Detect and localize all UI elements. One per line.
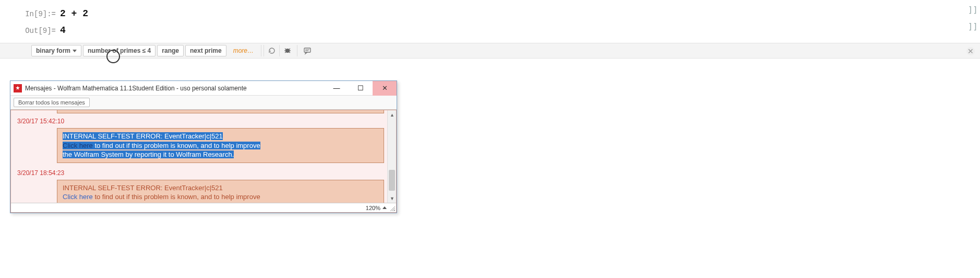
minimize-button[interactable]: ―	[325, 81, 349, 96]
app-icon	[14, 84, 22, 92]
svg-marker-10	[16, 86, 20, 90]
suggestions-more[interactable]: more…	[228, 47, 259, 54]
suggestion-label: number of primes ≤ 4	[88, 47, 151, 54]
cell-bracket-icon[interactable]: ]]	[968, 7, 978, 13]
notebook: In[9]:= 2 + 2 ]] Out[9]= 4 ]]	[0, 0, 980, 43]
divider	[297, 45, 297, 56]
resize-grip-icon[interactable]	[389, 205, 395, 211]
out-expression: 4	[60, 25, 66, 36]
message-box[interactable]: INTERNAL SELF-TEST ERROR: EventTracker|c…	[57, 128, 384, 163]
chevron-up-icon[interactable]	[383, 206, 387, 209]
output-cell: Out[9]= 4 ]]	[0, 23, 980, 43]
refresh-icon[interactable]	[264, 45, 279, 56]
message-text: to find out if this problem is known, an…	[93, 193, 260, 201]
window-buttons: ― ☐ ✕	[325, 81, 397, 96]
window-title: Mensajes - Wolfram Mathematica 11.1Stude…	[25, 85, 325, 92]
messages-dialog: Mensajes - Wolfram Mathematica 11.1Stude…	[10, 80, 397, 213]
message-link[interactable]: Click here	[63, 142, 93, 149]
suggestion-next-prime[interactable]: next prime	[185, 45, 226, 56]
message-timestamp: 3/20/17 18:54:23	[14, 167, 384, 179]
statusbar: 120%	[11, 203, 396, 212]
suggestion-range[interactable]: range	[157, 45, 184, 56]
svg-line-5	[285, 52, 286, 53]
close-suggestions-icon[interactable]: ✕	[966, 47, 975, 55]
scrollbar[interactable]: ▲ ▼	[387, 110, 396, 203]
cell-bracket-icon[interactable]: ]]	[968, 24, 978, 29]
suggestion-number-of-primes[interactable]: number of primes ≤ 4	[83, 45, 156, 56]
chat-icon[interactable]	[300, 45, 315, 56]
suggestion-binary-form[interactable]: binary form	[31, 45, 81, 56]
suggestion-label: range	[162, 47, 179, 54]
scroll-up-icon[interactable]: ▲	[388, 110, 397, 119]
messages-content: 3/20/17 15:42:10 INTERNAL SELF-TEST ERRO…	[11, 110, 387, 203]
bug-icon[interactable]	[279, 45, 295, 56]
out-label: Out[9]=	[0, 27, 60, 35]
clear-messages-button[interactable]: Borrar todos los mensajes	[14, 98, 90, 107]
titlebar[interactable]: Mensajes - Wolfram Mathematica 11.1Stude…	[10, 81, 397, 96]
scroll-down-icon[interactable]: ▼	[388, 194, 397, 203]
zoom-level[interactable]: 120%	[366, 205, 380, 211]
message-line: INTERNAL SELF-TEST ERROR: EventTracker|c…	[63, 132, 223, 140]
message-box[interactable]: INTERNAL SELF-TEST ERROR: EventTracker|c…	[57, 180, 384, 203]
maximize-button[interactable]: ☐	[349, 81, 373, 96]
suggestions-bar: binary form number of primes ≤ 4 range n…	[0, 43, 980, 59]
svg-line-6	[289, 52, 290, 53]
divider	[261, 45, 261, 56]
input-cell[interactable]: In[9]:= 2 + 2 ]]	[0, 6, 980, 23]
in-label: In[9]:=	[0, 10, 60, 18]
in-expression[interactable]: 2 + 2	[60, 8, 88, 19]
dialog-toolbar: Borrar todos los mensajes	[10, 96, 397, 110]
chevron-down-icon	[73, 50, 77, 52]
close-button[interactable]: ✕	[373, 81, 397, 96]
suggestion-label: next prime	[190, 47, 222, 54]
message-line: the Wolfram System by reporting it to Wo…	[63, 150, 234, 158]
svg-line-3	[285, 49, 286, 50]
message-box-partial	[57, 110, 384, 113]
svg-rect-7	[304, 48, 310, 52]
messages-body: 3/20/17 15:42:10 INTERNAL SELF-TEST ERRO…	[10, 110, 397, 213]
scroll-thumb[interactable]	[389, 170, 395, 191]
suggestion-label: binary form	[36, 47, 70, 54]
message-line: INTERNAL SELF-TEST ERROR: EventTracker|c…	[63, 184, 223, 192]
svg-line-4	[289, 49, 290, 50]
message-link[interactable]: Click here	[63, 193, 93, 201]
message-timestamp: 3/20/17 15:42:10	[14, 115, 384, 127]
message-text: to find out if this problem is known, an…	[93, 142, 260, 149]
